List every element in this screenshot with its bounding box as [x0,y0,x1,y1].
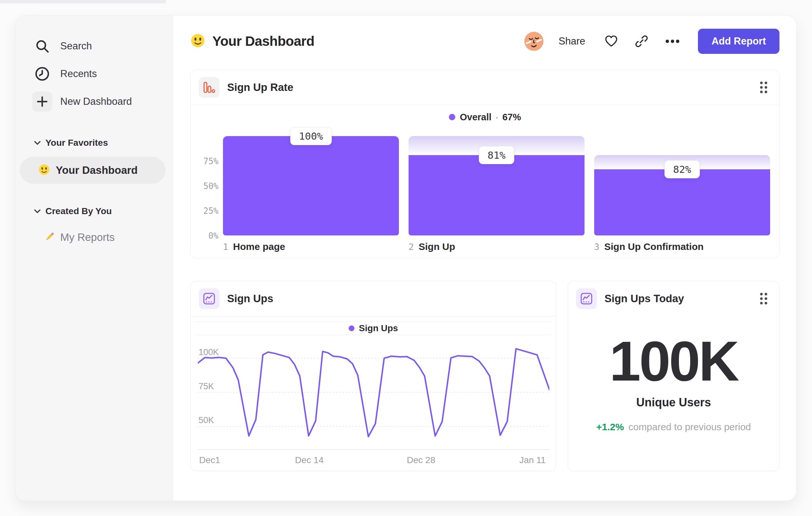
y-axis-tick: 25% [203,206,219,216]
funnel-y-axis: 75%50%25%0% [199,136,219,236]
legend-separator: · [495,112,498,123]
delta-badge: +1.2% [596,422,624,432]
search-icon [32,39,53,54]
sign-ups-today-card: Sign Ups Today 100K Unique Users +1.2% [568,281,779,471]
line-chart-icon [199,288,220,309]
main-content: Your Dashboard Share [173,16,796,500]
funnel-bars: 100%1Home page81%2Sign Up82%3Sign Up Con… [223,136,770,252]
line-chart-icon [576,288,597,309]
sidebar: Search Recents New Dashboard [16,16,173,500]
more-options-icon[interactable] [665,39,680,44]
section-title: Created By You [46,206,112,216]
line-chart[interactable]: 100K75K50KDec1Dec 14Dec 28Jan 11 [191,335,556,469]
avatar[interactable] [524,31,544,51]
drag-handle-icon[interactable] [758,291,770,307]
legend-dot-icon [349,325,354,331]
sidebar-item-label: New Dashboard [60,96,132,107]
plus-icon [32,91,52,112]
funnel-legend: Overall · 67% [191,105,779,129]
x-axis-tick: Jan 11 [519,455,546,465]
line-legend: Sign Ups [195,322,551,335]
screen-edge-artifact [0,0,166,3]
funnel-tooltip: 81% [479,146,514,164]
funnel-step-label: 1Home page [223,241,399,252]
favorite-heart-icon[interactable] [605,35,618,48]
sidebar-item-recents[interactable]: Recents [16,60,173,88]
chevron-down-icon [34,209,41,214]
legend-label: Sign Ups [359,323,398,333]
sidebar-item-search[interactable]: Search [16,32,173,60]
x-axis-tick: Dec 14 [295,455,323,465]
funnel-bar[interactable] [223,136,399,236]
funnel-step: 100%1Home page [223,136,399,252]
page-title: Your Dashboard [212,33,315,49]
favorites-section-header[interactable]: Your Favorites [16,134,173,152]
sidebar-item-label: My Reports [60,231,115,243]
card-title: Sign Ups Today [605,293,758,305]
sidebar-item-label: Recents [60,68,97,80]
section-title: Your Favorites [46,138,108,148]
legend-label: Overall [460,112,491,123]
y-axis-tick: 50% [203,181,219,191]
card-title: Sign Ups [227,293,546,305]
y-axis-tick: 75% [203,156,219,166]
sign-ups-card: Sign Ups Sign Ups 100K75K50KDec1Dec 14De… [191,281,556,471]
funnel-tooltip: 100% [290,127,332,145]
legend-value: 67% [502,112,521,123]
y-axis-tick: 100K [199,347,219,357]
funnel-step-label: 2Sign Up [409,241,584,252]
funnel-tooltip: 82% [664,160,700,178]
metric-value: 100K [609,333,737,389]
app-window: Search Recents New Dashboard [16,15,796,501]
legend-dot-icon [449,114,455,120]
x-axis-tick: Dec 28 [407,455,435,465]
sidebar-item-label: Search [60,40,92,52]
metric-body: 100K Unique Users +1.2% compared to prev… [568,316,779,471]
funnel-bar[interactable] [594,169,770,236]
share-button[interactable]: Share [559,35,585,47]
y-axis-tick: 0% [208,231,219,241]
sidebar-item-new-dashboard[interactable]: New Dashboard [16,88,173,115]
card-title: Sign Up Rate [227,81,758,93]
pencil-emoji-icon [44,231,55,243]
drag-handle-icon[interactable] [758,79,770,96]
dashboard-header: Your Dashboard Share [191,28,779,54]
funnel-step: 81%2Sign Up [409,136,584,252]
created-by-you-section: Created By You My Reports [16,202,173,247]
line-series[interactable] [198,349,549,437]
funnel-chart: 75%50%25%0% 100%1Home page81%2Sign Up82%… [191,129,779,252]
y-axis-tick: 50K [199,415,214,425]
funnel-chart-icon [199,77,220,98]
created-by-you-section-header[interactable]: Created By You [16,202,173,221]
favorites-section: Your Favorites Your Dashboard [16,134,173,184]
funnel-step: 82%3Sign Up Confirmation [594,136,770,252]
clock-icon [32,66,53,81]
metric-label: Unique Users [636,396,711,409]
funnel-bar[interactable] [409,155,584,236]
funnel-step-label: 3Sign Up Confirmation [594,241,770,252]
delta-comparison-text: compared to previous period [628,422,751,432]
sign-up-rate-card: Sign Up Rate Overall · 67% 75%50%25%0% [191,70,779,258]
sidebar-item-label: Your Dashboard [56,164,138,176]
copy-link-icon[interactable] [635,34,648,48]
smiley-emoji-icon [38,164,50,177]
sidebar-item-your-dashboard[interactable]: Your Dashboard [20,157,166,184]
x-axis-tick: Dec1 [199,455,220,465]
y-axis-tick: 75K [199,382,214,391]
add-report-button[interactable]: Add Report [698,29,779,54]
chevron-down-icon [34,141,41,145]
sidebar-item-my-reports[interactable]: My Reports [16,228,173,247]
smiley-emoji-icon [191,33,205,49]
